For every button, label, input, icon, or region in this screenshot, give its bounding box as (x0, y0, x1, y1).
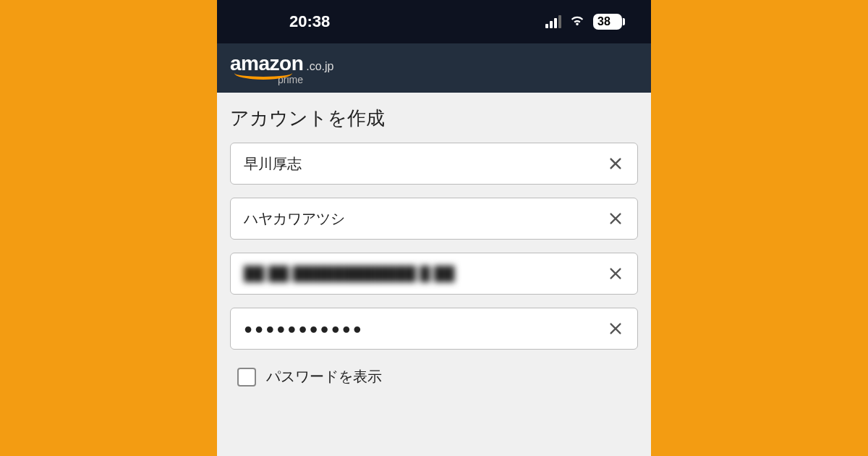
email-field-wrapper (230, 253, 638, 295)
clear-email-button[interactable] (604, 262, 627, 285)
status-bar: 20:38 38 (217, 0, 651, 43)
brand-prime: prime (278, 74, 638, 85)
brand-header: amazon .co.jp prime (217, 43, 651, 93)
status-icons: 38 (545, 11, 622, 33)
name-field-wrapper (230, 143, 638, 185)
close-icon (608, 266, 624, 282)
email-input[interactable] (244, 266, 604, 282)
close-icon (608, 321, 624, 337)
password-field-wrapper (230, 308, 638, 350)
close-icon (608, 156, 624, 172)
battery-indicator: 38 (593, 14, 622, 30)
form-content: アカウントを作成 パスワードを表示 (217, 93, 651, 456)
page-title: アカウントを作成 (230, 106, 638, 131)
close-icon (608, 211, 624, 227)
phone-screen: 20:38 38 amazon .co.jp prime アカウントを作成 (217, 0, 651, 456)
brand-name: amazon (230, 52, 303, 75)
name-input[interactable] (244, 156, 604, 172)
clear-name-button[interactable] (604, 152, 627, 175)
kana-input[interactable] (244, 211, 604, 227)
show-password-label: パスワードを表示 (266, 367, 382, 387)
password-input[interactable] (244, 321, 604, 337)
status-time: 20:38 (289, 12, 330, 31)
kana-field-wrapper (230, 198, 638, 240)
clear-kana-button[interactable] (604, 207, 627, 230)
cellular-signal-icon (545, 15, 561, 28)
show-password-checkbox[interactable] (237, 368, 256, 387)
brand-domain: .co.jp (306, 60, 333, 73)
show-password-row: パスワードを表示 (230, 363, 638, 391)
amazon-logo: amazon .co.jp (230, 52, 638, 75)
clear-password-button[interactable] (604, 317, 627, 340)
wifi-icon (569, 11, 586, 33)
